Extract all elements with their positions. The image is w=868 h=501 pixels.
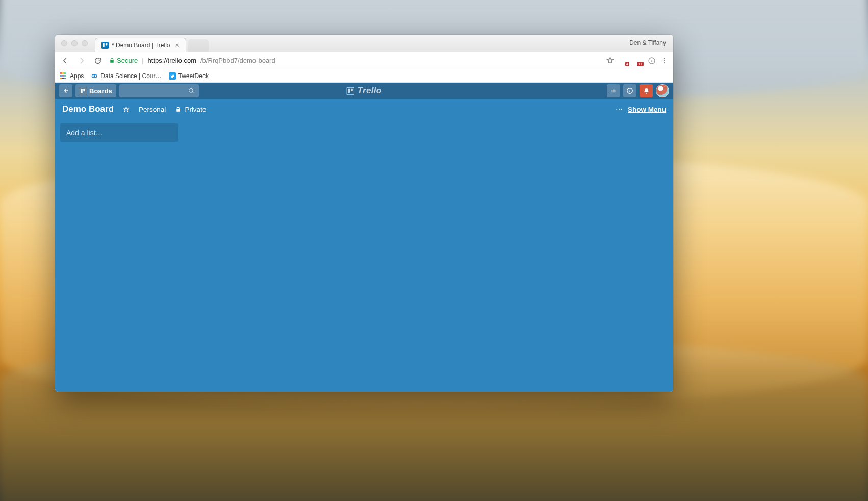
create-button[interactable] xyxy=(607,84,620,97)
svg-rect-10 xyxy=(83,89,85,91)
secure-badge[interactable]: Secure xyxy=(109,57,138,64)
add-list-label: Add a list… xyxy=(66,129,103,137)
header-back-button[interactable] xyxy=(59,84,72,97)
extension-pocket-icon[interactable]: 11 xyxy=(633,56,643,65)
toolbar-right: 4 11 xyxy=(606,56,668,65)
show-menu-button[interactable]: ⋯ Show Menu xyxy=(616,105,666,113)
page-info-icon[interactable] xyxy=(648,57,656,65)
chrome-menu-icon[interactable] xyxy=(661,57,668,64)
window-minimize-dot[interactable] xyxy=(71,40,78,46)
svg-rect-9 xyxy=(81,89,82,93)
browser-tab-title: * Demo Board | Trello xyxy=(112,42,170,49)
url-path: /b/RrqPbbd7/demo-board xyxy=(200,57,275,64)
trello-favicon-icon xyxy=(101,42,109,49)
visibility-chip[interactable]: Private xyxy=(175,106,206,113)
bookmark-label: TweetDeck xyxy=(178,72,209,80)
address-bar[interactable]: Secure | https://trello.com/b/RrqPbbd7/d… xyxy=(109,55,600,67)
ellipsis-icon: ⋯ xyxy=(616,105,624,113)
window-controls[interactable] xyxy=(61,40,88,46)
browser-tab[interactable]: * Demo Board | Trello × xyxy=(95,38,186,52)
browser-titlebar: * Demo Board | Trello × Den & Tiffany xyxy=(55,35,673,52)
svg-point-4 xyxy=(664,58,665,59)
user-avatar[interactable] xyxy=(656,84,669,97)
window-zoom-dot[interactable] xyxy=(82,40,88,46)
team-chip[interactable]: Personal xyxy=(139,106,166,113)
boards-icon xyxy=(80,88,86,94)
secure-label: Secure xyxy=(117,57,138,64)
lock-icon xyxy=(175,106,182,113)
info-icon xyxy=(626,87,633,94)
board-header: Demo Board Personal Private ⋯ Show Menu xyxy=(55,99,673,119)
bookmarks-bar: Apps Data Science | Cour… TweetDeck xyxy=(55,69,673,83)
url-host: https://trello.com xyxy=(148,57,196,64)
trello-header: Boards Trello xyxy=(55,83,673,99)
svg-rect-8 xyxy=(80,88,86,94)
header-search[interactable] xyxy=(119,84,199,97)
bell-icon xyxy=(643,88,650,94)
bookmark-label: Apps xyxy=(70,72,84,80)
svg-rect-0 xyxy=(101,42,109,49)
lock-icon xyxy=(109,58,115,63)
svg-point-6 xyxy=(664,62,665,63)
trello-logo[interactable]: Trello xyxy=(347,86,382,96)
separator: | xyxy=(142,57,143,64)
browser-window: * Demo Board | Trello × Den & Tiffany Se… xyxy=(55,35,673,392)
chrome-profile-label[interactable]: Den & Tiffany xyxy=(629,39,666,46)
bookmark-tweetdeck[interactable]: TweetDeck xyxy=(169,72,209,80)
window-close-dot[interactable] xyxy=(61,40,67,46)
arrow-left-icon xyxy=(62,87,69,94)
info-button[interactable] xyxy=(623,84,636,97)
svg-rect-13 xyxy=(351,88,353,91)
bookmark-label: Data Science | Cour… xyxy=(100,72,161,80)
board-canvas[interactable]: Add a list… xyxy=(55,119,673,392)
tab-close-icon[interactable]: × xyxy=(175,41,180,49)
star-board-button[interactable] xyxy=(123,106,130,113)
svg-rect-1 xyxy=(103,43,105,47)
trello-app: Boards Trello xyxy=(55,83,673,392)
show-menu-label: Show Menu xyxy=(628,106,666,113)
add-list-button[interactable]: Add a list… xyxy=(60,123,178,142)
back-button[interactable] xyxy=(60,56,70,66)
team-label: Personal xyxy=(139,106,166,113)
trello-logo-text: Trello xyxy=(358,86,382,96)
trello-logo-icon xyxy=(347,87,354,95)
star-icon xyxy=(123,106,130,113)
notifications-button[interactable] xyxy=(640,84,653,97)
board-name[interactable]: Demo Board xyxy=(62,104,114,114)
search-icon xyxy=(188,88,195,94)
reload-button[interactable] xyxy=(93,56,103,66)
boards-button[interactable]: Boards xyxy=(75,84,116,97)
svg-rect-2 xyxy=(106,43,108,45)
bookmark-star-icon[interactable] xyxy=(606,57,614,64)
apps-grid-icon xyxy=(60,72,67,80)
infinity-icon xyxy=(91,72,98,80)
browser-toolbar: Secure | https://trello.com/b/RrqPbbd7/d… xyxy=(55,52,673,69)
svg-rect-12 xyxy=(348,88,350,92)
new-tab-button[interactable] xyxy=(188,39,209,52)
twitter-icon xyxy=(169,72,176,80)
svg-rect-11 xyxy=(347,87,354,95)
bookmark-apps[interactable]: Apps xyxy=(60,72,84,80)
visibility-label: Private xyxy=(185,106,206,113)
desktop-wallpaper: * Demo Board | Trello × Den & Tiffany Se… xyxy=(0,0,868,501)
forward-button xyxy=(76,56,87,66)
plus-icon xyxy=(610,88,617,94)
svg-point-5 xyxy=(664,60,665,61)
boards-button-label: Boards xyxy=(89,87,112,95)
bookmark-data-science[interactable]: Data Science | Cour… xyxy=(91,72,161,80)
extension-translate-icon[interactable]: 4 xyxy=(619,56,628,65)
